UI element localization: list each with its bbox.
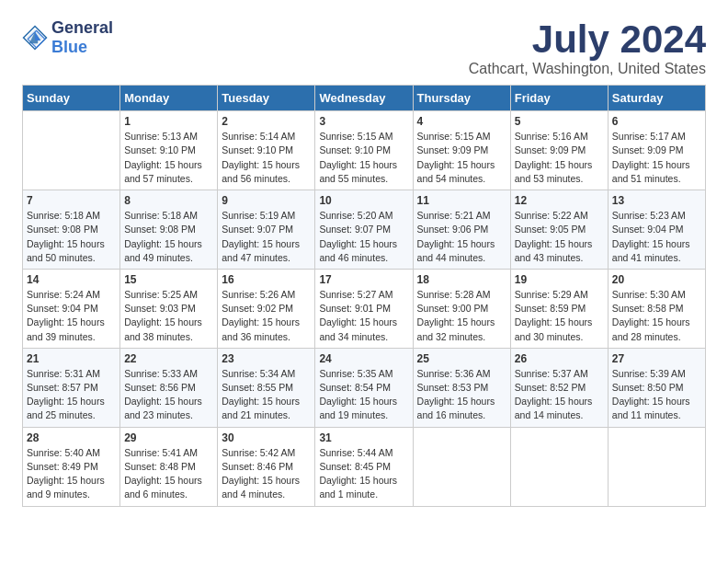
day-number: 23 [222,352,311,365]
day-number: 22 [124,352,213,365]
day-number: 10 [319,194,408,207]
calendar-cell: 22Sunrise: 5:33 AM Sunset: 8:56 PM Dayli… [120,348,218,427]
day-info: Sunrise: 5:15 AM Sunset: 9:09 PM Dayligh… [417,130,506,186]
day-info: Sunrise: 5:17 AM Sunset: 9:09 PM Dayligh… [612,130,701,186]
calendar-cell: 18Sunrise: 5:28 AM Sunset: 9:00 PM Dayli… [413,269,510,348]
calendar-cell: 7Sunrise: 5:18 AM Sunset: 9:08 PM Daylig… [23,190,120,270]
calendar-cell: 27Sunrise: 5:39 AM Sunset: 8:50 PM Dayli… [608,348,705,427]
day-info: Sunrise: 5:16 AM Sunset: 9:09 PM Dayligh… [515,130,604,186]
header-thursday: Thursday [413,86,510,111]
header-friday: Friday [510,86,608,111]
logo-icon [22,25,48,51]
header-monday: Monday [120,86,218,111]
day-info: Sunrise: 5:42 AM Sunset: 8:46 PM Dayligh… [222,446,311,502]
calendar-cell: 1Sunrise: 5:13 AM Sunset: 9:10 PM Daylig… [120,111,218,190]
day-info: Sunrise: 5:44 AM Sunset: 8:45 PM Dayligh… [319,446,408,502]
calendar-cell: 6Sunrise: 5:17 AM Sunset: 9:09 PM Daylig… [608,111,705,190]
day-number: 25 [417,352,506,365]
calendar-cell: 29Sunrise: 5:41 AM Sunset: 8:48 PM Dayli… [120,427,218,506]
calendar-cell [413,427,510,506]
day-number: 31 [319,431,408,444]
calendar-cell: 19Sunrise: 5:29 AM Sunset: 8:59 PM Dayli… [510,269,608,348]
day-number: 13 [612,194,701,207]
calendar-cell: 17Sunrise: 5:27 AM Sunset: 9:01 PM Dayli… [315,269,413,348]
calendar-cell: 23Sunrise: 5:34 AM Sunset: 8:55 PM Dayli… [218,348,315,427]
logo-general: General [51,18,113,37]
calendar-week-row: 7Sunrise: 5:18 AM Sunset: 9:08 PM Daylig… [23,190,706,270]
day-info: Sunrise: 5:31 AM Sunset: 8:57 PM Dayligh… [27,367,116,423]
day-info: Sunrise: 5:29 AM Sunset: 8:59 PM Dayligh… [515,288,604,344]
calendar-cell: 24Sunrise: 5:35 AM Sunset: 8:54 PM Dayli… [315,348,413,427]
calendar-cell: 26Sunrise: 5:37 AM Sunset: 8:52 PM Dayli… [510,348,608,427]
calendar-cell: 21Sunrise: 5:31 AM Sunset: 8:57 PM Dayli… [23,348,120,427]
day-info: Sunrise: 5:18 AM Sunset: 9:08 PM Dayligh… [27,209,116,265]
calendar-table: SundayMondayTuesdayWednesdayThursdayFrid… [22,85,706,506]
calendar-cell [608,427,705,506]
day-info: Sunrise: 5:19 AM Sunset: 9:07 PM Dayligh… [222,209,311,265]
day-info: Sunrise: 5:23 AM Sunset: 9:04 PM Dayligh… [612,209,701,265]
logo: General Blue [22,18,113,57]
day-number: 9 [222,194,311,207]
calendar-week-row: 28Sunrise: 5:40 AM Sunset: 8:49 PM Dayli… [23,427,706,506]
day-info: Sunrise: 5:25 AM Sunset: 9:03 PM Dayligh… [124,288,213,344]
calendar-cell: 16Sunrise: 5:26 AM Sunset: 9:02 PM Dayli… [218,269,315,348]
day-number: 24 [319,352,408,365]
day-number: 16 [222,273,311,286]
calendar-cell: 12Sunrise: 5:22 AM Sunset: 9:05 PM Dayli… [510,190,608,270]
calendar-cell: 2Sunrise: 5:14 AM Sunset: 9:10 PM Daylig… [218,111,315,190]
day-info: Sunrise: 5:36 AM Sunset: 8:53 PM Dayligh… [417,367,506,423]
calendar-subtitle: Cathcart, Washington, United States [469,61,706,77]
day-info: Sunrise: 5:20 AM Sunset: 9:07 PM Dayligh… [319,209,408,265]
calendar-cell: 10Sunrise: 5:20 AM Sunset: 9:07 PM Dayli… [315,190,413,270]
day-info: Sunrise: 5:40 AM Sunset: 8:49 PM Dayligh… [27,446,116,502]
logo-blue: Blue [51,38,87,56]
day-info: Sunrise: 5:35 AM Sunset: 8:54 PM Dayligh… [319,367,408,423]
day-number: 21 [27,352,116,365]
calendar-cell: 5Sunrise: 5:16 AM Sunset: 9:09 PM Daylig… [510,111,608,190]
calendar-cell: 15Sunrise: 5:25 AM Sunset: 9:03 PM Dayli… [120,269,218,348]
calendar-week-row: 1Sunrise: 5:13 AM Sunset: 9:10 PM Daylig… [23,111,706,190]
day-info: Sunrise: 5:28 AM Sunset: 9:00 PM Dayligh… [417,288,506,344]
calendar-cell: 13Sunrise: 5:23 AM Sunset: 9:04 PM Dayli… [608,190,705,270]
day-number: 1 [124,115,213,128]
day-info: Sunrise: 5:26 AM Sunset: 9:02 PM Dayligh… [222,288,311,344]
day-info: Sunrise: 5:13 AM Sunset: 9:10 PM Dayligh… [124,130,213,186]
day-info: Sunrise: 5:24 AM Sunset: 9:04 PM Dayligh… [27,288,116,344]
day-info: Sunrise: 5:30 AM Sunset: 8:58 PM Dayligh… [612,288,701,344]
calendar-cell: 25Sunrise: 5:36 AM Sunset: 8:53 PM Dayli… [413,348,510,427]
header-wednesday: Wednesday [315,86,413,111]
day-info: Sunrise: 5:18 AM Sunset: 9:08 PM Dayligh… [124,209,213,265]
calendar-cell: 14Sunrise: 5:24 AM Sunset: 9:04 PM Dayli… [23,269,120,348]
day-number: 18 [417,273,506,286]
day-number: 27 [612,352,701,365]
calendar-cell [23,111,120,190]
day-info: Sunrise: 5:22 AM Sunset: 9:05 PM Dayligh… [515,209,604,265]
calendar-cell: 31Sunrise: 5:44 AM Sunset: 8:45 PM Dayli… [315,427,413,506]
calendar-cell: 8Sunrise: 5:18 AM Sunset: 9:08 PM Daylig… [120,190,218,270]
day-info: Sunrise: 5:21 AM Sunset: 9:06 PM Dayligh… [417,209,506,265]
day-number: 6 [612,115,701,128]
day-number: 14 [27,273,116,286]
day-number: 17 [319,273,408,286]
header: General Blue July 2024 Cathcart, Washing… [22,18,706,77]
day-number: 7 [27,194,116,207]
calendar-cell: 20Sunrise: 5:30 AM Sunset: 8:58 PM Dayli… [608,269,705,348]
day-info: Sunrise: 5:34 AM Sunset: 8:55 PM Dayligh… [222,367,311,423]
day-info: Sunrise: 5:41 AM Sunset: 8:48 PM Dayligh… [124,446,213,502]
day-number: 11 [417,194,506,207]
day-number: 26 [515,352,604,365]
calendar-cell: 4Sunrise: 5:15 AM Sunset: 9:09 PM Daylig… [413,111,510,190]
day-number: 8 [124,194,213,207]
calendar-cell: 11Sunrise: 5:21 AM Sunset: 9:06 PM Dayli… [413,190,510,270]
calendar-cell: 28Sunrise: 5:40 AM Sunset: 8:49 PM Dayli… [23,427,120,506]
day-info: Sunrise: 5:15 AM Sunset: 9:10 PM Dayligh… [319,130,408,186]
title-area: July 2024 Cathcart, Washington, United S… [469,18,706,77]
header-saturday: Saturday [608,86,705,111]
calendar-week-row: 14Sunrise: 5:24 AM Sunset: 9:04 PM Dayli… [23,269,706,348]
day-number: 5 [515,115,604,128]
calendar-header-row: SundayMondayTuesdayWednesdayThursdayFrid… [23,86,706,111]
calendar-cell [510,427,608,506]
calendar-cell: 30Sunrise: 5:42 AM Sunset: 8:46 PM Dayli… [218,427,315,506]
header-tuesday: Tuesday [218,86,315,111]
logo-text: General Blue [51,18,113,57]
